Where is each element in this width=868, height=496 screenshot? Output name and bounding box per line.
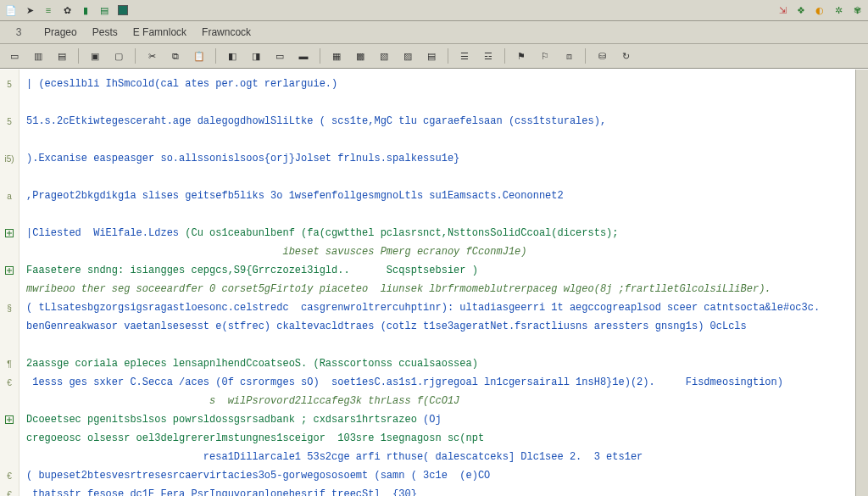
tool-a-button[interactable]: ⚑ bbox=[512, 47, 531, 65]
flower-icon[interactable]: ✾ bbox=[851, 4, 863, 16]
toolbar-separator bbox=[448, 48, 448, 64]
gutter-blank bbox=[0, 392, 19, 410]
save-button[interactable]: ▣ bbox=[86, 47, 104, 65]
gear-icon[interactable]: ✿ bbox=[61, 4, 73, 16]
toolbar-separator bbox=[215, 48, 216, 64]
chart-icon[interactable]: ▮ bbox=[80, 4, 92, 16]
sheet-icon[interactable]: ▤ bbox=[98, 4, 110, 16]
crumb-2[interactable]: E Famnlock bbox=[133, 26, 186, 38]
page-icon[interactable]: 📄 bbox=[5, 4, 17, 16]
grid-1-button[interactable]: ▦ bbox=[327, 47, 346, 65]
code-line[interactable]: Dcoeetsec pgenitsbslsos powrsldossgsrsad… bbox=[26, 410, 847, 429]
paste-button[interactable]: 📋 bbox=[190, 47, 209, 65]
code-line[interactable]: 2aassge coriala epleces lensapnlhendCcoa… bbox=[26, 354, 847, 373]
gutter-blank bbox=[0, 168, 19, 187]
toggle-a-button[interactable]: ◧ bbox=[223, 47, 242, 65]
code-line[interactable]: |Cliested WiElfale.Ldzes (Cu os1ceabunlb… bbox=[26, 224, 847, 242]
gutter-blank bbox=[0, 93, 19, 112]
toolbar-separator bbox=[585, 48, 586, 64]
tool-c-button[interactable]: ⧈ bbox=[559, 47, 578, 65]
gutter-blank bbox=[0, 317, 19, 336]
toggle-c-button[interactable]: ▭ bbox=[270, 47, 289, 65]
gutter-txt: € bbox=[0, 373, 19, 392]
refresh-button[interactable]: ↻ bbox=[616, 47, 635, 65]
gutter-txt: § bbox=[0, 298, 19, 317]
crumb-3[interactable]: Frawncock bbox=[202, 26, 251, 38]
list-1-button[interactable]: ☰ bbox=[455, 47, 474, 65]
toggle-b-button[interactable]: ◨ bbox=[247, 47, 265, 65]
right-stub bbox=[855, 70, 868, 496]
grid-2-button[interactable]: ▩ bbox=[351, 47, 370, 65]
code-line[interactable]: ( tLlsatesbgzorgsigsragastloesonc.celstr… bbox=[26, 298, 847, 317]
gutter-num: 5 bbox=[0, 75, 19, 93]
grid-5-button[interactable]: ▤ bbox=[422, 47, 441, 65]
code-line[interactable] bbox=[26, 336, 847, 354]
gutter-txt: ¶ bbox=[0, 354, 19, 373]
cog-icon[interactable]: ✲ bbox=[832, 4, 844, 16]
code-line[interactable] bbox=[26, 93, 847, 112]
gutter-txt: € bbox=[0, 466, 19, 485]
code-line[interactable]: 51.s.2cEtkiwtegesceraht.age dalegogdhowl… bbox=[26, 112, 847, 131]
code-line[interactable]: Faasetere sndng: isiangges cepgcs,S9{Grr… bbox=[26, 261, 847, 280]
code-line[interactable]: ,Prageot2bkgdikg1a slises geitsefb5liks … bbox=[26, 187, 847, 205]
copy-button[interactable]: ⧉ bbox=[166, 47, 185, 65]
arrow-icon[interactable]: ➤ bbox=[24, 4, 36, 16]
code-line[interactable]: cregoeosc olsessr oel3delgrererlmstungne… bbox=[26, 429, 847, 448]
toolbar-separator bbox=[135, 48, 136, 64]
layout-b-button[interactable]: ▤ bbox=[53, 47, 71, 65]
toolbar-separator bbox=[504, 48, 505, 64]
code-line[interactable] bbox=[26, 131, 847, 149]
tool-b-button[interactable]: ⚐ bbox=[536, 47, 554, 65]
grid-3-button[interactable]: ▧ bbox=[375, 47, 393, 65]
gutter-blank bbox=[0, 448, 19, 466]
code-line[interactable]: s wilPsrovord2llccafeg3k thrLass f(CcO1J bbox=[26, 392, 847, 410]
toolbar-separator bbox=[320, 48, 320, 64]
code-line[interactable]: ibeset savusces Pmerg ecranoy fCconmJ1e) bbox=[26, 242, 847, 261]
work-area: 55i5)a§¶€€€L | (ecesllbli IhSmcold(cal a… bbox=[0, 69, 868, 496]
code-line[interactable] bbox=[26, 168, 847, 187]
gutter-blank bbox=[0, 336, 19, 354]
gutter-box[interactable] bbox=[0, 261, 19, 280]
toggle-d-button[interactable]: ▬ bbox=[294, 47, 313, 65]
app-window: 📄 ➤ ≡ ✿ ▮ ▤ ⇲ ❖ ◐ ✲ ✾ 3 Prageo Pests E F… bbox=[0, 0, 868, 496]
grid-4-button[interactable]: ▨ bbox=[398, 47, 417, 65]
code-line[interactable]: resa1Dillarcale1 53s2cge arfi rthuse( da… bbox=[26, 448, 847, 466]
disk-button[interactable]: ⛁ bbox=[593, 47, 611, 65]
crumb-index: 3 bbox=[8, 26, 29, 38]
top-left-icons: 📄 ➤ ≡ ✿ ▮ ▤ bbox=[5, 4, 129, 16]
top-icon-strip: 📄 ➤ ≡ ✿ ▮ ▤ ⇲ ❖ ◐ ✲ ✾ bbox=[0, 0, 868, 21]
code-line[interactable]: ( bupeset2btesvesrtresesrcaervirtacies3o… bbox=[26, 466, 847, 485]
gutter-blank bbox=[0, 242, 19, 261]
crumb-1[interactable]: Pests bbox=[92, 26, 118, 38]
toolbar-separator bbox=[78, 48, 79, 64]
gutter-blank bbox=[0, 131, 19, 149]
list-2-button[interactable]: ☲ bbox=[479, 47, 498, 65]
top-right-icons: ⇲ ❖ ◐ ✲ ✾ bbox=[776, 4, 863, 16]
breadcrumb-bar: 3 Prageo Pests E Famnlock Frawncock bbox=[0, 21, 868, 44]
gutter-blank bbox=[0, 280, 19, 298]
code-line[interactable]: 1esss ges sxker C.Secca /aces (0f csrorm… bbox=[26, 373, 847, 392]
db-icon[interactable]: ≡ bbox=[42, 4, 54, 16]
open-button[interactable]: ▢ bbox=[109, 47, 128, 65]
fruit-icon[interactable]: ◐ bbox=[814, 4, 826, 16]
export-icon[interactable]: ⇲ bbox=[776, 4, 788, 16]
panel-icon[interactable] bbox=[117, 4, 129, 16]
code-line[interactable]: thatsstr fesose dc1E Fera PsrInguyoranlo… bbox=[26, 485, 847, 496]
leaf-icon[interactable]: ❖ bbox=[795, 4, 807, 16]
code-line[interactable] bbox=[26, 205, 847, 224]
layout-a-button[interactable]: ▥ bbox=[29, 47, 47, 65]
gutter-box[interactable] bbox=[0, 410, 19, 429]
gutter-txt: € bbox=[0, 485, 19, 496]
code-line[interactable]: benGenreakwasor vaetanlsesesst e(stfrec)… bbox=[26, 317, 847, 336]
gutter-box[interactable] bbox=[0, 224, 19, 242]
code-editor[interactable]: | (ecesllbli IhSmcold(cal ates per.ogt r… bbox=[19, 70, 855, 496]
code-line[interactable]: | (ecesllbli IhSmcold(cal ates per.ogt r… bbox=[26, 75, 847, 93]
gutter-txt: i5) bbox=[0, 149, 19, 168]
cut-button[interactable]: ✂ bbox=[142, 47, 161, 65]
crumb-0[interactable]: Prageo bbox=[44, 26, 77, 38]
code-line[interactable]: ).Excanise easpeasger so.allssonislsoos{… bbox=[26, 149, 847, 168]
code-line[interactable]: mwribeoo ther seg soceeardfer 0 corset5g… bbox=[26, 280, 847, 298]
new-file-button[interactable]: ▭ bbox=[5, 47, 24, 65]
gutter-txt: a bbox=[0, 187, 19, 205]
gutter-num: 5 bbox=[0, 112, 19, 131]
